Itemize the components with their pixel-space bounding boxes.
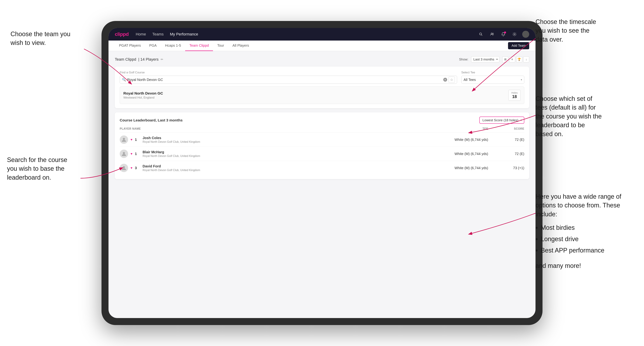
sub-nav-tour[interactable]: Tour — [213, 40, 228, 51]
rank-2: 3 — [135, 166, 140, 170]
svg-point-6 — [123, 166, 125, 168]
sub-nav-all-players[interactable]: All Players — [228, 40, 253, 51]
nav-my-performance[interactable]: My Performance — [170, 32, 198, 36]
leaderboard-table: PLAYER NAME TEE SCORE — [120, 127, 524, 175]
sub-nav-team-clippd[interactable]: Team Clippd — [185, 40, 213, 51]
annotation-mid-left-text: Search for the course you wish to base t… — [7, 156, 67, 181]
col-tee: TEE — [380, 127, 488, 133]
search-icon-btn[interactable] — [478, 31, 484, 38]
holes-label: Holes — [511, 91, 518, 94]
score-2: 73 (+1) — [488, 161, 524, 175]
sub-nav-hcaps[interactable]: Hcaps 1-5 — [161, 40, 185, 51]
clear-search-btn[interactable]: ✕ — [443, 78, 447, 82]
col-player-name: PLAYER NAME — [120, 127, 380, 133]
player-name-0: Josh Coles — [142, 136, 200, 140]
course-search-input-wrap: 🔍 ✕ ☆ — [120, 76, 457, 84]
bell-icon-btn[interactable] — [500, 31, 507, 38]
annotation-top-right: Choose the timescale you wish to see the… — [536, 17, 602, 44]
nav-teams[interactable]: Teams — [152, 32, 164, 36]
player-cell-1: ♥ 1 Blair McHarg Royal North Devon Golf … — [120, 147, 380, 161]
course-search-col: Find a Golf Course 🔍 ✕ ☆ — [120, 71, 457, 84]
course-location: Westward Hol, England — [123, 96, 163, 99]
table-row: ♥ 3 David Ford Royal North Devon Golf Cl… — [120, 161, 524, 175]
tee-1: White (M) (6,744 yds) — [380, 147, 488, 161]
select-tee-label: Select Tee — [461, 71, 524, 74]
tee-select-wrap: All Tees White Yellow Red ▾ — [461, 76, 524, 84]
tee-select[interactable]: All Tees White Yellow Red — [464, 78, 521, 82]
annotation-top-left: Choose the team you wish to view. — [10, 30, 77, 47]
player-club-0: Royal North Devon Golf Club, United King… — [142, 140, 200, 144]
user-avatar[interactable] — [522, 31, 529, 38]
people-icon — [490, 32, 494, 36]
add-team-button[interactable]: Add Team — [508, 42, 529, 49]
time-period-select[interactable]: Last 3 months Last month Last 6 months L… — [471, 56, 500, 62]
annotation-top-right-text: Choose the timescale you wish to see the… — [536, 18, 596, 43]
grid-view-btn[interactable]: ⊞ — [502, 56, 508, 62]
settings-icon — [512, 32, 516, 36]
table-row: ♥ 1 Josh Coles Royal North Devon Golf Cl… — [120, 133, 524, 147]
people-icon-btn[interactable] — [488, 31, 496, 38]
find-course-label: Find a Golf Course — [120, 71, 457, 74]
search-card: Find a Golf Course 🔍 ✕ ☆ Select Tee Al — [115, 67, 529, 108]
edit-team-icon[interactable]: ✏ — [161, 57, 163, 61]
annotation-mid-right-tee: Choose which set of tees (default is all… — [536, 94, 602, 138]
rank-1: 1 — [135, 152, 140, 156]
course-info: Royal North Devon GC Westward Hol, Engla… — [123, 91, 163, 99]
bullet-drive: Longest drive — [541, 233, 632, 245]
sub-nav-pgat[interactable]: PGAT Players — [115, 40, 145, 51]
and-more: and many more! — [536, 261, 632, 270]
team-header: Team Clippd | 14 Players ✏ Show: Last 3 … — [115, 56, 529, 62]
bullet-birdies: Most birdies — [541, 222, 632, 233]
favorite-btn[interactable]: ☆ — [448, 77, 455, 83]
course-result: Royal North Devon GC Westward Hol, Engla… — [120, 86, 524, 104]
tee-col: Select Tee All Tees White Yellow Red ▾ — [461, 71, 524, 84]
course-name: Royal North Devon GC — [123, 91, 163, 95]
leaderboard-header: Course Leaderboard, Last 3 months Lowest… — [120, 117, 524, 124]
svg-point-5 — [123, 152, 125, 154]
leaderboard-card: Course Leaderboard, Last 3 months Lowest… — [115, 112, 529, 179]
team-controls: Show: Last 3 months Last month Last 6 mo… — [459, 56, 529, 62]
sub-nav: PGAT Players PGA Hcaps 1-5 Team Clippd T… — [108, 40, 536, 51]
tee-chevron-icon: ▾ — [521, 78, 522, 81]
svg-point-2 — [492, 33, 494, 34]
player-avatar-0 — [120, 135, 128, 144]
player-count: | 14 Players — [138, 57, 158, 62]
nav-bar: clippd Home Teams My Performance — [108, 28, 536, 40]
tablet-screen: clippd Home Teams My Performance — [108, 28, 536, 318]
heart-icon-0[interactable]: ♥ — [130, 138, 132, 142]
player-club-2: Royal North Devon Golf Club, United King… — [142, 169, 200, 172]
tee-2: White (M) (6,744 yds) — [380, 161, 488, 175]
team-title: Team Clippd | 14 Players ✏ — [115, 57, 163, 62]
nav-icons — [478, 31, 529, 38]
team-name: Team Clippd — [115, 57, 136, 62]
holes-badge: Holes 18 — [508, 90, 520, 101]
settings-icon-btn[interactable] — [511, 31, 518, 38]
heart-icon-1[interactable]: ♥ — [130, 152, 132, 156]
leaderboard-title: Course Leaderboard, Last 3 months — [120, 118, 182, 122]
svg-point-4 — [123, 138, 125, 140]
svg-point-3 — [514, 34, 515, 35]
annotation-mid-left: Search for the course you wish to base t… — [7, 156, 74, 182]
col-score: SCORE — [488, 127, 524, 133]
tablet-frame: clippd Home Teams My Performance — [102, 21, 542, 325]
svg-point-1 — [491, 33, 492, 34]
score-0: 72 (E) — [488, 133, 524, 147]
list-view-btn[interactable]: ≡ — [509, 56, 515, 62]
holes-count: 18 — [511, 94, 518, 99]
annotation-bot-right-text: Here you have a wide range of options to… — [536, 192, 632, 219]
svg-point-0 — [480, 33, 482, 35]
tee-0: White (M) (6,744 yds) — [380, 133, 488, 147]
heart-icon-2[interactable]: ♥ — [130, 166, 132, 170]
trophy-view-btn[interactable]: 🏆 — [516, 56, 522, 62]
show-label: Show: — [459, 57, 468, 61]
score-type-select[interactable]: Lowest Score (18 holes) Most Birdies Lon… — [479, 117, 524, 124]
player-cell-2: ♥ 3 David Ford Royal North Devon Golf Cl… — [120, 161, 380, 175]
sub-nav-pga[interactable]: PGA — [145, 40, 161, 51]
score-1: 72 (E) — [488, 147, 524, 161]
main-content: Team Clippd | 14 Players ✏ Show: Last 3 … — [108, 51, 536, 184]
nav-home[interactable]: Home — [136, 32, 146, 36]
annotation-bot-right: Here you have a wide range of options to… — [536, 192, 632, 270]
download-btn[interactable]: ↓ — [523, 56, 529, 62]
search-magnifier-icon: 🔍 — [122, 78, 126, 82]
course-search-input[interactable] — [127, 78, 442, 82]
